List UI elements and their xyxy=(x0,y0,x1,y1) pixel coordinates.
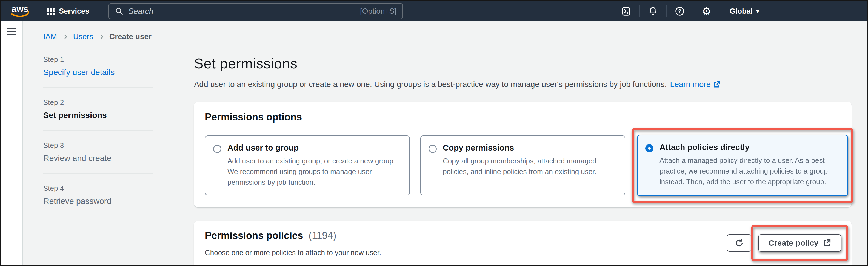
breadcrumb-users-link[interactable]: Users xyxy=(73,32,93,41)
policies-toolbar: Create policy xyxy=(726,234,841,252)
help-button[interactable]: ? xyxy=(666,1,693,21)
annotation-box-attach-policies: Attach policies directly Attach a manage… xyxy=(632,128,853,203)
chevron-right-icon xyxy=(63,34,67,39)
option-description: Attach a managed policy directly to a us… xyxy=(659,155,840,187)
breadcrumb: IAM Users Create user xyxy=(43,32,851,41)
create-policy-label: Create policy xyxy=(769,239,818,248)
wizard-step-4: Step 4 Retrieve password xyxy=(43,184,153,206)
step-4-title: Retrieve password xyxy=(43,197,153,206)
settings-button[interactable]: ⚙ xyxy=(693,1,720,21)
breadcrumb-current-page: Create user xyxy=(109,32,152,41)
permissions-policies-title: Permissions policies xyxy=(205,230,303,241)
topbar-divider xyxy=(769,5,769,17)
radio-button-unselected[interactable] xyxy=(429,145,437,153)
policies-count-badge: (1194) xyxy=(309,230,336,241)
region-label: Global xyxy=(730,7,753,15)
search-placeholder: Search xyxy=(128,7,153,16)
refresh-icon xyxy=(734,238,744,248)
permissions-options-panel: Permissions options Add user to group Ad… xyxy=(194,102,851,207)
option-title: Add user to group xyxy=(227,143,402,153)
permissions-policies-description: Choose one or more policies to attach to… xyxy=(205,248,381,257)
learn-more-link[interactable]: Learn more xyxy=(670,80,721,89)
page-title: Set permissions xyxy=(194,55,851,72)
aws-logo-icon: aws xyxy=(8,3,32,18)
notifications-button[interactable] xyxy=(640,1,666,21)
annotation-box-create-policy: Create policy xyxy=(751,225,848,261)
option-title: Attach policies directly xyxy=(659,142,840,152)
step-label: Step 4 xyxy=(43,184,153,193)
option-card-attach-policies-directly[interactable]: Attach policies directly Attach a manage… xyxy=(637,135,848,196)
svg-text:aws: aws xyxy=(11,4,29,14)
page-description-text: Add user to an existing group or create … xyxy=(194,80,667,89)
search-keyboard-shortcut: [Option+S] xyxy=(360,7,397,15)
hamburger-menu-button[interactable] xyxy=(7,28,17,35)
search-icon xyxy=(115,7,123,15)
external-link-icon xyxy=(823,239,831,247)
page-description: Add user to an existing group or create … xyxy=(194,80,851,89)
settings-gear-icon: ⚙ xyxy=(702,6,711,16)
aws-console-topbar: aws Services Search [Option+S] xyxy=(1,1,867,21)
option-title: Copy permissions xyxy=(443,143,617,153)
permissions-policies-heading: Permissions policies (1194) xyxy=(205,230,381,241)
services-menu-button[interactable]: Services xyxy=(39,1,97,21)
notifications-bell-icon xyxy=(648,6,658,16)
radio-button-unselected[interactable] xyxy=(213,145,221,153)
aws-logo[interactable]: aws xyxy=(8,3,32,19)
services-grid-icon xyxy=(47,8,55,15)
create-policy-button[interactable]: Create policy xyxy=(758,234,841,252)
browser-viewport: aws Services Search [Option+S] xyxy=(0,0,868,266)
chevron-right-icon xyxy=(99,34,103,39)
wizard-step-2-current: Step 2 Set permissions xyxy=(43,98,153,120)
step-3-title: Review and create xyxy=(43,154,153,163)
services-label: Services xyxy=(59,7,89,15)
wizard-step-3: Step 3 Review and create xyxy=(43,141,153,163)
wizard-steps-nav: Step 1 Specify user details Step 2 Set p… xyxy=(43,55,153,266)
step-label: Step 1 xyxy=(43,55,153,64)
permissions-options-title: Permissions options xyxy=(205,111,841,123)
option-description: Copy all group memberships, attached man… xyxy=(443,156,617,177)
step-2-title: Set permissions xyxy=(43,110,153,120)
search-input[interactable]: Search [Option+S] xyxy=(108,3,403,19)
step-1-link[interactable]: Specify user details xyxy=(43,68,153,77)
breadcrumb-iam-link[interactable]: IAM xyxy=(43,32,57,41)
step-label: Step 2 xyxy=(43,98,153,107)
radio-button-selected[interactable] xyxy=(645,144,653,153)
left-navigation-rail xyxy=(1,21,23,265)
permissions-policies-panel: Permissions policies (1194) Choose one o… xyxy=(194,221,851,266)
refresh-button[interactable] xyxy=(726,234,752,252)
svg-text:?: ? xyxy=(678,8,681,14)
main-content-area: IAM Users Create user Step 1 Specify use… xyxy=(23,21,867,265)
learn-more-label: Learn more xyxy=(670,80,711,89)
option-card-copy-permissions[interactable]: Copy permissions Copy all group membersh… xyxy=(420,135,625,195)
step-label: Step 3 xyxy=(43,141,153,150)
step-divider xyxy=(43,87,153,88)
step-divider xyxy=(43,173,153,174)
help-icon: ? xyxy=(675,6,685,16)
region-selector[interactable]: Global ▼ xyxy=(720,1,769,21)
option-description: Add user to an existing group, or create… xyxy=(227,156,402,188)
cloudshell-icon xyxy=(621,6,631,16)
wizard-step-1: Step 1 Specify user details xyxy=(43,55,153,77)
chevron-down-icon: ▼ xyxy=(756,8,760,14)
cloudshell-button[interactable] xyxy=(613,1,639,21)
step-divider xyxy=(43,130,153,131)
external-link-icon xyxy=(713,81,721,89)
option-card-add-user-to-group[interactable]: Add user to group Add user to an existin… xyxy=(205,135,410,195)
